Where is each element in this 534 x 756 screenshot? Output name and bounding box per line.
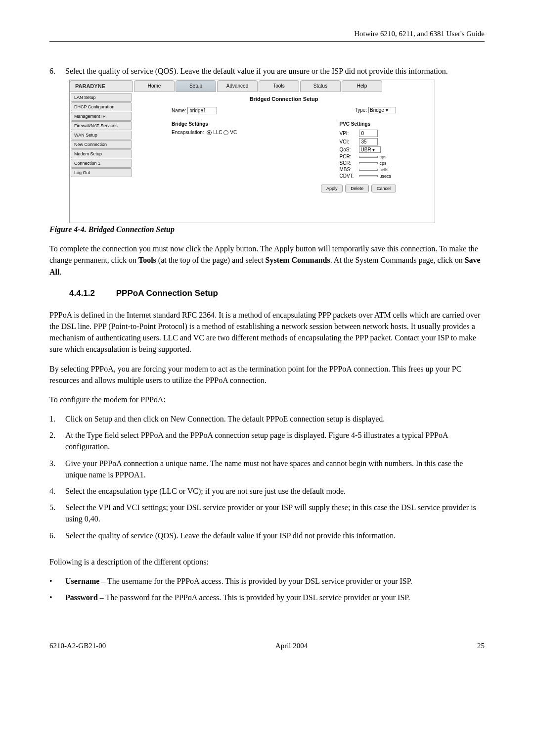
tab-home[interactable]: Home <box>134 80 175 92</box>
vci-label: VCI: <box>339 139 359 144</box>
sidebar-conn1[interactable]: Connection 1 <box>71 159 132 168</box>
type-field: Type: Bridge ▾ <box>355 107 396 114</box>
step-6: 6. Select the quality of service (QOS). … <box>49 65 485 77</box>
scr-input[interactable] <box>359 162 378 164</box>
pcr-input[interactable] <box>359 156 378 158</box>
sidebar-firewall[interactable]: Firewall/NAT Services <box>71 121 132 130</box>
vpi-row: VPI: 0 <box>339 130 391 137</box>
mbs-input[interactable] <box>359 169 378 171</box>
step-text: Select the quality of service (QOS). Lea… <box>65 65 485 77</box>
para-complete-connection: To complete the connection you must now … <box>49 243 485 278</box>
list-item: 4.Select the encapsulation type (LLC or … <box>49 485 485 497</box>
list-item: 3.Give your PPPoA connection a unique na… <box>49 458 485 480</box>
list-item: 2.At the Type field select PPPoA and the… <box>49 429 485 452</box>
bridge-settings-col: Bridge Settings Encapsulation: LLC VC <box>172 121 237 180</box>
encap-label: Encapsulation: <box>172 130 204 135</box>
vci-row: VCI: 35 <box>339 138 391 145</box>
list-item: • Password – The password for the PPPoA … <box>49 592 485 603</box>
type-select[interactable]: Bridge ▾ <box>368 107 396 113</box>
section-title: PPPoA Connection Setup <box>116 288 218 298</box>
bullet-list: • Username – The username for the PPPoA … <box>49 575 485 603</box>
bridge-settings-heading: Bridge Settings <box>172 121 237 127</box>
radio-vc[interactable] <box>223 130 228 135</box>
list-item: 6.Select the quality of service (QOS). L… <box>49 530 485 541</box>
header-divider <box>49 41 485 42</box>
bullet-icon: • <box>49 575 65 587</box>
pvc-settings-col: PVC Settings VPI: 0 VCI: 35 QoS: UBR ▾ <box>339 121 391 180</box>
tab-tools[interactable]: Tools <box>259 80 299 92</box>
figure-caption: Figure 4-4. Bridged Connection Setup <box>49 225 485 234</box>
para-pppoa-sel: By selecting PPPoA, you are forcing your… <box>49 363 485 386</box>
screenshot-tabs: PARADYNE Home Setup Advanced Tools Statu… <box>70 80 435 92</box>
sidebar-logout[interactable]: Log Out <box>71 168 132 177</box>
sidebar-modem-setup[interactable]: Modem Setup <box>71 149 132 158</box>
apply-button[interactable]: Apply <box>321 185 343 192</box>
sidebar-new-conn[interactable]: New Connection <box>71 140 132 149</box>
page-footer: 6210-A2-GB21-00 April 2004 25 <box>49 642 485 650</box>
tab-help[interactable]: Help <box>342 80 382 92</box>
qos-row: QoS: UBR ▾ <box>339 146 391 153</box>
name-label: Name: <box>172 108 186 113</box>
delete-button[interactable]: Delete <box>345 185 369 192</box>
pcr-row: PCR: cps <box>339 154 391 159</box>
cdvt-row: CDVT: usecs <box>339 173 391 179</box>
qos-label: QoS: <box>339 147 359 152</box>
type-label: Type: <box>355 107 367 113</box>
scr-label: SCR: <box>339 160 359 166</box>
logo-paradyne: PARADYNE <box>70 80 133 92</box>
name-field: Name: bridge1 <box>172 107 217 114</box>
vpi-label: VPI: <box>339 131 359 136</box>
screenshot-row-name-type: Name: bridge1 Type: Bridge ▾ <box>142 107 426 114</box>
section-number: 4.4.1.2 <box>69 288 114 298</box>
sidebar-wan-setup[interactable]: WAN Setup <box>71 131 132 140</box>
pcr-unit: cps <box>379 154 386 159</box>
pvc-settings-heading: PVC Settings <box>339 121 391 127</box>
sidebar-mgmt-ip[interactable]: Management IP <box>71 112 132 121</box>
screenshot-bridged-connection: PARADYNE Home Setup Advanced Tools Statu… <box>69 80 435 223</box>
tab-status[interactable]: Status <box>300 80 341 92</box>
para-configure: To configure the modem for PPPoA: <box>49 394 485 405</box>
screenshot-title: Bridged Connection Setup <box>142 96 426 102</box>
vci-input[interactable]: 35 <box>359 138 378 145</box>
sidebar-dhcp[interactable]: DHCP Configuration <box>71 102 132 111</box>
radio-vc-label: VC <box>230 130 237 135</box>
mbs-unit: cells <box>379 167 388 172</box>
step-number: 6. <box>49 65 65 77</box>
tab-advanced[interactable]: Advanced <box>217 80 258 92</box>
para-options-intro: Following is a description of the differ… <box>49 556 485 567</box>
section-heading-pppoa: 4.4.1.2 PPPoA Connection Setup <box>69 288 485 298</box>
scr-row: SCR: cps <box>339 160 391 166</box>
list-item: • Username – The username for the PPPoA … <box>49 575 485 587</box>
screenshot-sidebar: LAN Setup DHCP Configuration Management … <box>70 92 133 223</box>
vpi-input[interactable]: 0 <box>359 130 378 137</box>
sidebar-lan-setup[interactable]: LAN Setup <box>71 93 132 102</box>
radio-llc[interactable] <box>207 130 212 135</box>
encapsulation-row: Encapsulation: LLC VC <box>172 130 237 135</box>
bullet-icon: • <box>49 592 65 603</box>
cancel-button[interactable]: Cancel <box>371 185 396 192</box>
qos-select[interactable]: UBR ▾ <box>359 146 381 153</box>
para-pppoa-def: PPPoA is defined in the Internet standar… <box>49 309 485 355</box>
mbs-label: MBS: <box>339 167 359 172</box>
list-item: 1.Click on Setup and then click on New C… <box>49 413 485 425</box>
screenshot-columns: Bridge Settings Encapsulation: LLC VC PV… <box>142 121 426 180</box>
scr-unit: cps <box>379 161 386 166</box>
tab-setup[interactable]: Setup <box>176 80 216 92</box>
mbs-row: MBS: cells <box>339 167 391 172</box>
page-header-title: Hotwire 6210, 6211, and 6381 User's Guid… <box>49 30 485 38</box>
cdvt-unit: usecs <box>379 174 391 179</box>
radio-llc-label: LLC <box>213 130 222 135</box>
footer-center: April 2004 <box>275 642 308 650</box>
screenshot-main: Bridged Connection Setup Name: bridge1 T… <box>133 92 435 223</box>
cdvt-input[interactable] <box>359 175 378 177</box>
footer-right: 25 <box>477 642 485 650</box>
ordered-list: 1.Click on Setup and then click on New C… <box>49 413 485 541</box>
screenshot-buttons: Apply Delete Cancel <box>142 185 426 192</box>
screenshot-body: LAN Setup DHCP Configuration Management … <box>70 92 435 223</box>
pcr-label: PCR: <box>339 154 359 159</box>
list-item: 5.Select the VPI and VCI settings; your … <box>49 502 485 524</box>
name-input[interactable]: bridge1 <box>187 107 217 114</box>
footer-left: 6210-A2-GB21-00 <box>49 642 106 650</box>
cdvt-label: CDVT: <box>339 173 359 179</box>
